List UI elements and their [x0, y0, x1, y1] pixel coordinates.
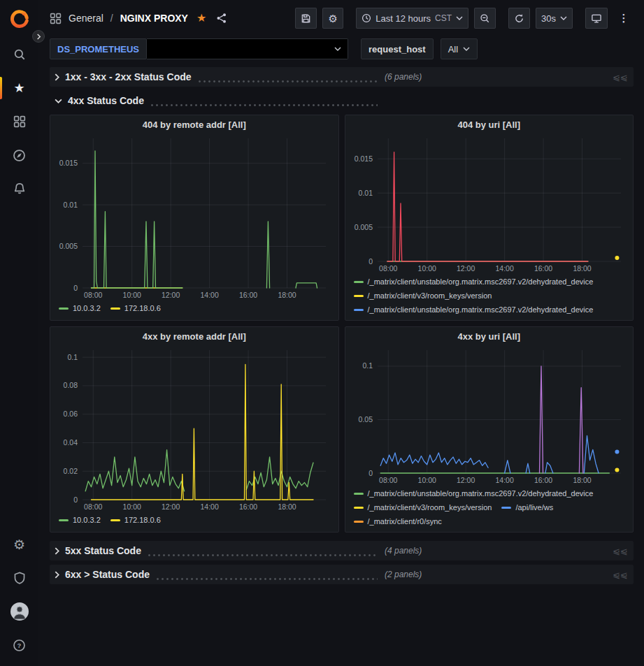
- row-title: 1xx - 3xx - 2xx Status Code: [65, 71, 192, 82]
- compass-icon: [13, 149, 26, 162]
- svg-text:14:00: 14:00: [495, 476, 513, 484]
- save-dashboard-button[interactable]: [295, 8, 317, 29]
- row-drag-handle[interactable]: ⩿⩿: [613, 570, 628, 579]
- breadcrumb-grid-icon: [50, 13, 62, 24]
- star-icon: ★: [13, 82, 24, 94]
- cycle-view-button[interactable]: [585, 8, 608, 29]
- legend-item[interactable]: 172.18.0.6: [110, 302, 161, 314]
- datasource-variable-select[interactable]: [147, 38, 348, 59]
- legend-item[interactable]: /_matrix/client/v3/room_keys/version: [354, 317, 492, 321]
- sidebar-item-starred[interactable]: ★: [0, 71, 38, 105]
- sidebar-nav-top: ★: [0, 38, 38, 205]
- refresh-button[interactable]: [508, 8, 530, 29]
- shield-icon: [13, 572, 26, 584]
- sidebar-item-help[interactable]: ?: [0, 628, 38, 662]
- legend-swatch: [110, 307, 120, 310]
- legend-item[interactable]: /api/live/ws: [501, 501, 553, 514]
- search-icon: [13, 48, 26, 61]
- svg-text:12:00: 12:00: [457, 264, 475, 273]
- legend-item[interactable]: /_matrix/client/v3/room_keys/version: [354, 289, 492, 302]
- timeseries-plot[interactable]: 08:0010:0012:0014:0016:0018:0000.0050.01…: [55, 134, 334, 301]
- row-title: 4xx Status Code: [68, 95, 144, 106]
- legend-item[interactable]: 10.0.3.2: [59, 514, 101, 526]
- zoom-out-button[interactable]: [474, 8, 496, 29]
- legend-item[interactable]: /_matrix/client/unstable/org.matrix.msc2…: [354, 487, 594, 500]
- time-range-label: Last 12 hours: [375, 13, 431, 24]
- dashboard-content: 1xx - 3xx - 2xx Status Code (6 panels) ⩿…: [38, 61, 644, 666]
- sidebar-item-server-admin[interactable]: [0, 561, 38, 595]
- row-6xx-status-code[interactable]: 6xx > Status Code (2 panels) ⩿⩿: [50, 565, 634, 584]
- clock-icon: [362, 13, 371, 23]
- breadcrumb-section[interactable]: General: [69, 13, 103, 24]
- svg-text:08:00: 08:00: [379, 264, 397, 273]
- row-4xx-status-code[interactable]: 4xx Status Code: [50, 92, 634, 109]
- breadcrumb-separator: /: [110, 13, 113, 24]
- request-host-variable-label: request_host: [361, 38, 434, 59]
- chevron-right-icon: [55, 571, 59, 579]
- row-1xx-3xx-2xx-status-code[interactable]: 1xx - 3xx - 2xx Status Code (6 panels) ⩿…: [50, 67, 634, 87]
- panel-title[interactable]: 404 by uri [All]: [350, 115, 629, 134]
- row-panel-count: (2 panels): [385, 570, 422, 579]
- sidebar-item-search[interactable]: [0, 38, 38, 71]
- legend-item[interactable]: /sw.js: [501, 317, 534, 321]
- svg-text:0.06: 0.06: [64, 410, 78, 418]
- sidebar-item-configuration[interactable]: ⚙: [0, 528, 38, 561]
- svg-text:16:00: 16:00: [534, 476, 552, 484]
- legend-item[interactable]: /_matrix/client/unstable/org.matrix.msc2…: [354, 529, 594, 533]
- svg-text:12:00: 12:00: [457, 476, 475, 484]
- request-host-variable-select[interactable]: All: [441, 38, 478, 59]
- row-dotted-leader: [148, 554, 378, 556]
- timeseries-plot[interactable]: 08:0010:0012:0014:0016:0018:0000.020.040…: [55, 346, 334, 512]
- panel-title[interactable]: 4xx by uri [All]: [350, 327, 629, 346]
- legend-item[interactable]: /_matrix/client/unstable/org.matrix.msc2…: [354, 303, 594, 316]
- timeseries-plot[interactable]: 08:0010:0012:0014:0016:0018:0000.0050.01…: [350, 134, 629, 274]
- legend-item[interactable]: 172.18.0.6: [110, 514, 161, 526]
- favorite-star-icon[interactable]: ★: [196, 13, 206, 24]
- sidebar-item-explore[interactable]: [0, 138, 38, 172]
- row-5xx-status-code[interactable]: 5xx Status Code (4 panels) ⩿⩿: [50, 541, 634, 560]
- svg-text:0.01: 0.01: [64, 201, 78, 209]
- svg-text:0.015: 0.015: [354, 154, 372, 163]
- legend-item[interactable]: /_matrix/client/r0/sync: [354, 515, 442, 528]
- datasource-variable-label[interactable]: DS_PROMETHEUS: [50, 38, 147, 59]
- time-range-picker[interactable]: Last 12 hours CST: [356, 8, 468, 29]
- svg-text:14:00: 14:00: [200, 502, 218, 511]
- sidebar-nav-bottom: ⚙ ?: [0, 528, 38, 662]
- legend-item[interactable]: /_matrix/client/v3/room_keys/version: [354, 501, 492, 514]
- grafana-logo-icon: [9, 8, 30, 29]
- chevron-down-icon: [456, 16, 463, 20]
- refresh-interval-dropdown[interactable]: 30s: [536, 8, 573, 29]
- more-options-button[interactable]: ⋮: [613, 8, 634, 29]
- legend-swatch: [354, 507, 364, 509]
- chevron-right-icon: [55, 73, 59, 81]
- svg-text:12:00: 12:00: [162, 291, 180, 299]
- timeseries-plot[interactable]: 08:0010:0012:0014:0016:0018:0000.050.1: [350, 346, 629, 486]
- row-dotted-leader: [157, 578, 378, 580]
- sidebar-expand-button[interactable]: [32, 30, 45, 43]
- share-icon[interactable]: [216, 13, 227, 24]
- sidebar-item-alerting[interactable]: [0, 172, 38, 205]
- row-drag-handle[interactable]: ⩿⩿: [613, 73, 628, 82]
- svg-text:0: 0: [73, 495, 78, 504]
- svg-text:?: ?: [17, 642, 22, 649]
- sidebar-item-dashboards[interactable]: [0, 105, 38, 138]
- svg-text:12:00: 12:00: [162, 502, 180, 511]
- row-drag-handle[interactable]: ⩿⩿: [613, 546, 628, 556]
- panel-title[interactable]: 4xx by remote addr [All]: [55, 327, 334, 346]
- dashboard-settings-button[interactable]: ⚙: [322, 8, 343, 29]
- chevron-down-icon: [560, 16, 567, 20]
- grafana-app: ★ ⚙: [0, 0, 644, 666]
- panel-title[interactable]: 404 by remote addr [All]: [55, 115, 334, 134]
- legend-item[interactable]: /_matrix/client/unstable/org.matrix.msc2…: [354, 275, 594, 288]
- panel-4xx-by-remote-addr: 4xx by remote addr [All] 08:0010:0012:00…: [50, 326, 339, 533]
- svg-text:0.005: 0.005: [354, 223, 372, 231]
- svg-text:14:00: 14:00: [200, 291, 218, 299]
- svg-text:18:00: 18:00: [278, 291, 296, 299]
- sidebar-item-profile[interactable]: [0, 595, 38, 628]
- save-icon: [301, 13, 311, 24]
- svg-text:0: 0: [368, 257, 373, 266]
- legend-item[interactable]: 10.0.3.2: [59, 302, 101, 314]
- panel-4xx-by-uri: 4xx by uri [All] 08:0010:0012:0014:0016:…: [345, 326, 634, 533]
- svg-text:0.08: 0.08: [64, 381, 78, 389]
- topbar-actions: ⚙ Last 12 hours CST: [295, 8, 634, 29]
